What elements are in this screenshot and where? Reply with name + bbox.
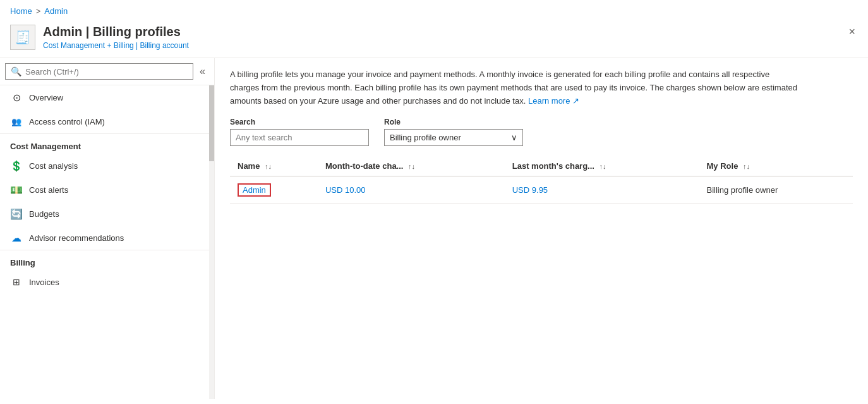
description-text: A billing profile lets you manage your i… [230, 68, 799, 107]
sidebar-item-iam-label: Access control (IAM) [29, 117, 105, 126]
breadcrumb-separator: > [36, 6, 41, 16]
page-header: 🧾 Admin | Billing profiles Cost Manageme… [0, 20, 868, 58]
sidebar-nav: ⊙ Overview 👥 Access control (IAM) Cost M… [0, 85, 214, 399]
col-month-to-date-label: Month-to-date cha... [325, 161, 404, 171]
sidebar-item-budgets-label: Budgets [29, 209, 59, 219]
table-header-row: Name ↑↓ Month-to-date cha... ↑↓ Last mon… [230, 156, 853, 176]
advisor-icon: ☁ [10, 231, 23, 244]
chevron-down-icon: ∨ [511, 133, 517, 142]
sidebar-item-cost-alerts-label: Cost alerts [29, 185, 68, 195]
search-filter-label: Search [230, 118, 369, 126]
sidebar-item-overview[interactable]: ⊙ Overview [0, 85, 214, 109]
page-title-block: Admin | Billing profiles Cost Management… [43, 23, 189, 50]
page-header-left: 🧾 Admin | Billing profiles Cost Manageme… [10, 23, 189, 50]
sidebar-item-advisor[interactable]: ☁ Advisor recommendations [0, 226, 214, 250]
search-filter-group: Search [230, 118, 369, 146]
billing-icon: 🧾 [15, 30, 31, 45]
sidebar-item-overview-label: Overview [29, 93, 63, 102]
sidebar-search-box[interactable]: 🔍 [5, 63, 193, 80]
search-icon: 🔍 [11, 66, 21, 77]
col-my-role-label: My Role [707, 161, 738, 171]
table-cell-last-month: USD 9.95 [505, 176, 699, 204]
scrollbar-thumb[interactable] [209, 85, 214, 161]
sidebar-item-invoices[interactable]: ⊞ Invoices [0, 270, 214, 294]
cost-analysis-icon: 💲 [10, 159, 23, 172]
admin-profile-link[interactable]: Admin [243, 185, 266, 195]
table-cell-my-role: Billing profile owner [699, 176, 853, 204]
table-cell-month-to-date: USD 10.00 [318, 176, 505, 204]
cost-alerts-icon: 💵 [10, 183, 23, 196]
overview-icon: ⊙ [10, 91, 23, 104]
role-filter-label: Role [384, 118, 523, 126]
scrollbar-track [209, 85, 214, 399]
col-last-month-label: Last month's charg... [512, 161, 594, 171]
iam-icon: 👥 [10, 115, 23, 128]
sidebar-section-billing: Billing [0, 250, 214, 270]
role-filter-value: Billing profile owner [390, 133, 461, 142]
col-last-month-sort-icon: ↑↓ [600, 162, 606, 170]
sidebar-item-budgets[interactable]: 🔄 Budgets [0, 202, 214, 226]
table-header: Name ↑↓ Month-to-date cha... ↑↓ Last mon… [230, 156, 853, 176]
col-month-to-date-sort-icon: ↑↓ [408, 162, 415, 170]
table-cell-name: Admin [230, 176, 318, 204]
page-title: Admin | Billing profiles [43, 23, 189, 40]
breadcrumb-current[interactable]: Admin [44, 6, 68, 16]
admin-name-selected: Admin [238, 183, 271, 197]
collapse-sidebar-button[interactable]: « [196, 63, 209, 80]
col-last-month[interactable]: Last month's charg... ↑↓ [505, 156, 699, 176]
sidebar-item-invoices-label: Invoices [29, 278, 59, 287]
billing-profiles-table: Name ↑↓ Month-to-date cha... ↑↓ Last mon… [230, 156, 853, 204]
description-body: A billing profile lets you manage your i… [230, 70, 797, 106]
col-my-role[interactable]: My Role ↑↓ [699, 156, 853, 176]
role-filter-group: Role Billing profile owner ∨ [384, 118, 523, 146]
table-body: Admin USD 10.00 USD 9.95 Billing profile… [230, 176, 853, 204]
sidebar-item-cost-analysis-label: Cost analysis [29, 161, 78, 171]
page-icon: 🧾 [10, 25, 35, 50]
main-layout: 🔍 « ⊙ Overview 👥 Access control (IAM) Co… [0, 58, 868, 399]
close-button[interactable]: × [846, 23, 858, 40]
col-my-role-sort-icon: ↑↓ [743, 162, 750, 170]
sidebar-item-advisor-label: Advisor recommendations [29, 233, 124, 243]
sidebar-item-cost-alerts[interactable]: 💵 Cost alerts [0, 178, 214, 202]
col-name-label: Name [238, 161, 260, 171]
table-row: Admin USD 10.00 USD 9.95 Billing profile… [230, 176, 853, 204]
filter-row: Search Role Billing profile owner ∨ [230, 118, 853, 146]
breadcrumb: Home > Admin [0, 0, 868, 20]
col-month-to-date[interactable]: Month-to-date cha... ↑↓ [318, 156, 505, 176]
content-area: A billing profile lets you manage your i… [215, 58, 868, 399]
invoices-icon: ⊞ [10, 276, 23, 288]
sidebar-section-cost-management: Cost Management [0, 133, 214, 154]
search-input[interactable] [25, 67, 188, 77]
sidebar-item-iam[interactable]: 👥 Access control (IAM) [0, 109, 214, 133]
text-search-input[interactable] [230, 129, 369, 146]
breadcrumb-home[interactable]: Home [10, 6, 32, 16]
sidebar-item-cost-analysis[interactable]: 💲 Cost analysis [0, 154, 214, 178]
col-name[interactable]: Name ↑↓ [230, 156, 318, 176]
page-subtitle: Cost Management + Billing | Billing acco… [43, 41, 189, 50]
month-to-date-value: USD 10.00 [325, 185, 366, 195]
col-name-sort-icon: ↑↓ [265, 162, 272, 170]
role-filter-dropdown[interactable]: Billing profile owner ∨ [384, 129, 523, 146]
sidebar: 🔍 « ⊙ Overview 👥 Access control (IAM) Co… [0, 58, 215, 399]
sidebar-search-row: 🔍 « [0, 58, 214, 85]
budgets-icon: 🔄 [10, 207, 23, 220]
learn-more-link[interactable]: Learn more ↗ [528, 96, 579, 106]
last-month-value: USD 9.95 [512, 185, 548, 195]
